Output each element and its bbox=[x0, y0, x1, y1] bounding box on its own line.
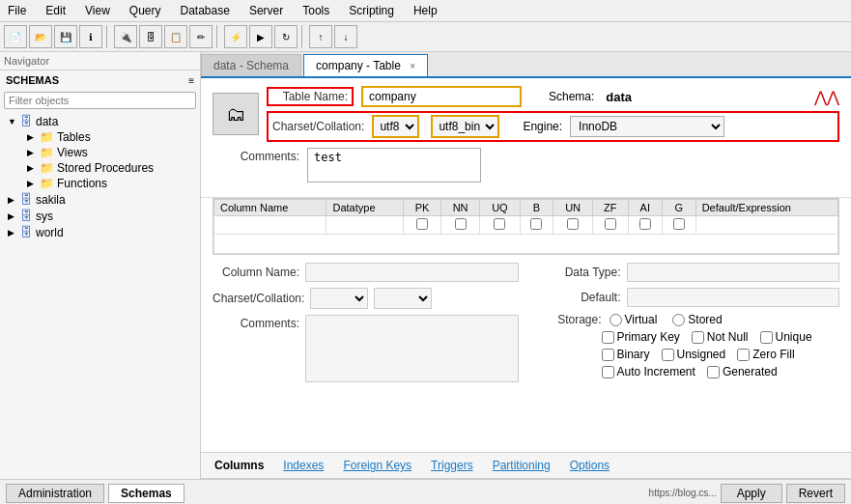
expand-functions-icon: ▶ bbox=[27, 179, 37, 188]
tabs-bar: data - Schema company - Table × bbox=[201, 52, 851, 78]
columns-table: Column Name Datatype PK NN UQ B UN ZF AI… bbox=[213, 199, 838, 254]
toolbar-save[interactable]: 💾 bbox=[54, 25, 77, 48]
toolbar-new[interactable]: 📄 bbox=[4, 25, 27, 48]
tree-item-data[interactable]: ▼ 🗄 data bbox=[0, 113, 200, 129]
tree-item-functions[interactable]: ▶ 📁 Functions bbox=[0, 176, 200, 191]
tree-item-tables[interactable]: ▶ 📁 Tables bbox=[0, 129, 200, 145]
toolbar-arrow-up[interactable]: ↑ bbox=[309, 25, 332, 48]
checkbox-pk-header[interactable] bbox=[416, 218, 428, 230]
checkbox-not-null[interactable] bbox=[692, 331, 704, 344]
tree: ▼ 🗄 data ▶ 📁 Tables ▶ 📁 Views ▶ 📁 Stored… bbox=[0, 111, 200, 479]
col-header-default: Default/Expression bbox=[695, 200, 837, 216]
apply-button[interactable]: Apply bbox=[721, 484, 782, 503]
generated-label: Generated bbox=[723, 365, 778, 378]
tab-data-schema-label: data - Schema bbox=[213, 59, 289, 72]
col-header-name: Column Name bbox=[214, 200, 326, 216]
menu-file[interactable]: File bbox=[4, 2, 30, 19]
footer-tab-schemas[interactable]: Schemas bbox=[108, 484, 184, 503]
col-charset-select[interactable] bbox=[310, 288, 368, 309]
btab-triggers[interactable]: Triggers bbox=[425, 457, 479, 474]
menu-query[interactable]: Query bbox=[126, 2, 165, 19]
checkbox-unique[interactable] bbox=[760, 331, 773, 344]
menu-scripting[interactable]: Scripting bbox=[345, 2, 398, 19]
toolbar-table-new[interactable]: 📋 bbox=[164, 25, 187, 48]
tree-item-stored-procedures[interactable]: ▶ 📁 Stored Procedures bbox=[0, 160, 200, 176]
tables-icon: 📁 bbox=[40, 130, 54, 144]
toolbar-db-connect[interactable]: 🔌 bbox=[114, 25, 137, 48]
checkbox-primary-key[interactable] bbox=[602, 331, 614, 344]
menu-help[interactable]: Help bbox=[410, 2, 441, 19]
toolbar-refresh[interactable]: ↻ bbox=[274, 25, 298, 48]
tree-item-sakila[interactable]: ▶ 🗄 sakila bbox=[0, 191, 200, 208]
not-null-label: Not Null bbox=[707, 330, 749, 344]
storage-stored-radio[interactable] bbox=[672, 314, 685, 326]
checkbox-auto-increment[interactable] bbox=[602, 366, 614, 378]
checkbox-b-header[interactable] bbox=[530, 218, 542, 230]
schemas-toggle-icon[interactable]: ≡ bbox=[188, 75, 194, 86]
checkbox-g-header[interactable] bbox=[673, 218, 685, 230]
charset-select[interactable]: utf8 bbox=[372, 115, 419, 138]
tab-company-table[interactable]: company - Table × bbox=[303, 54, 428, 76]
btab-options[interactable]: Options bbox=[564, 457, 615, 474]
columns-section: Column Name Datatype PK NN UQ B UN ZF AI… bbox=[201, 198, 851, 255]
expand-sp-icon: ▶ bbox=[27, 163, 37, 173]
tree-item-world[interactable]: ▶ 🗄 world bbox=[0, 224, 200, 240]
checkbox-zf-header[interactable] bbox=[605, 218, 616, 230]
comments-input[interactable]: test bbox=[307, 148, 481, 182]
btab-partitioning[interactable]: Partitioning bbox=[487, 457, 556, 474]
charset-label: Charset/Collation: bbox=[272, 120, 364, 133]
tree-label-sp: Stored Procedures bbox=[57, 161, 154, 175]
storage-stored-label: Stored bbox=[688, 313, 722, 326]
collation-select[interactable]: utf8_bin bbox=[431, 115, 499, 138]
tab-data-schema[interactable]: data - Schema bbox=[201, 54, 301, 76]
menu-edit[interactable]: Edit bbox=[42, 2, 70, 19]
col-comments-textarea[interactable] bbox=[305, 315, 519, 382]
columns-scroll[interactable]: Column Name Datatype PK NN UQ B UN ZF AI… bbox=[213, 198, 839, 255]
filter-input[interactable] bbox=[4, 92, 196, 109]
collapse-arrow-icon[interactable]: ⋀⋀ bbox=[814, 88, 839, 106]
checkbox-nn-header[interactable] bbox=[455, 218, 467, 230]
revert-button[interactable]: Revert bbox=[786, 484, 845, 503]
expand-data-icon: ▼ bbox=[8, 117, 17, 126]
primary-key-label: Primary Key bbox=[617, 330, 680, 344]
checkbox-zero-fill[interactable] bbox=[737, 349, 750, 361]
sakila-db-icon: 🗄 bbox=[20, 192, 33, 207]
tree-label-data: data bbox=[36, 115, 58, 128]
col-datatype-input[interactable] bbox=[627, 263, 840, 282]
tree-item-views[interactable]: ▶ 📁 Views bbox=[0, 145, 200, 160]
tab-close-icon[interactable]: × bbox=[410, 61, 415, 71]
menu-database[interactable]: Database bbox=[177, 2, 234, 19]
toolbar-arrow-down[interactable]: ↓ bbox=[334, 25, 357, 48]
col-header-pk: PK bbox=[404, 200, 441, 216]
footer-tab-administration[interactable]: Administration bbox=[6, 484, 104, 503]
toolbar-info[interactable]: ℹ bbox=[79, 25, 102, 48]
col-collation-select[interactable] bbox=[374, 288, 432, 309]
menu-tools[interactable]: Tools bbox=[298, 2, 333, 19]
btab-columns[interactable]: Columns bbox=[209, 457, 269, 474]
btab-foreign-keys[interactable]: Foreign Keys bbox=[337, 457, 417, 474]
checkbox-un-header[interactable] bbox=[567, 218, 579, 230]
toolbar-db-new[interactable]: 🗄 bbox=[139, 25, 162, 48]
binary-label: Binary bbox=[617, 348, 650, 361]
table-name-input[interactable] bbox=[361, 86, 522, 107]
checkbox-generated[interactable] bbox=[707, 366, 720, 378]
toolbar-table-edit[interactable]: ✏ bbox=[189, 25, 213, 48]
toolbar-execute[interactable]: ▶ bbox=[249, 25, 272, 48]
engine-select[interactable]: InnoDB bbox=[570, 116, 724, 137]
checkbox-uq-header[interactable] bbox=[494, 218, 505, 230]
toolbar-query[interactable]: ⚡ bbox=[224, 25, 247, 48]
tree-label-world: world bbox=[36, 226, 64, 239]
col-name-input[interactable] bbox=[305, 263, 519, 282]
menu-view[interactable]: View bbox=[81, 2, 114, 19]
checkbox-binary[interactable] bbox=[602, 349, 614, 361]
database-icon: 🗄 bbox=[20, 114, 33, 128]
menu-server[interactable]: Server bbox=[245, 2, 287, 19]
checkbox-unsigned[interactable] bbox=[662, 349, 674, 361]
toolbar-open[interactable]: 📂 bbox=[29, 25, 52, 48]
col-header-datatype: Datatype bbox=[326, 200, 404, 216]
col-default-input[interactable] bbox=[627, 288, 840, 307]
tree-item-sys[interactable]: ▶ 🗄 sys bbox=[0, 208, 200, 224]
checkbox-ai-header[interactable] bbox=[639, 218, 651, 230]
storage-virtual-radio[interactable] bbox=[610, 314, 622, 326]
btab-indexes[interactable]: Indexes bbox=[277, 457, 329, 474]
